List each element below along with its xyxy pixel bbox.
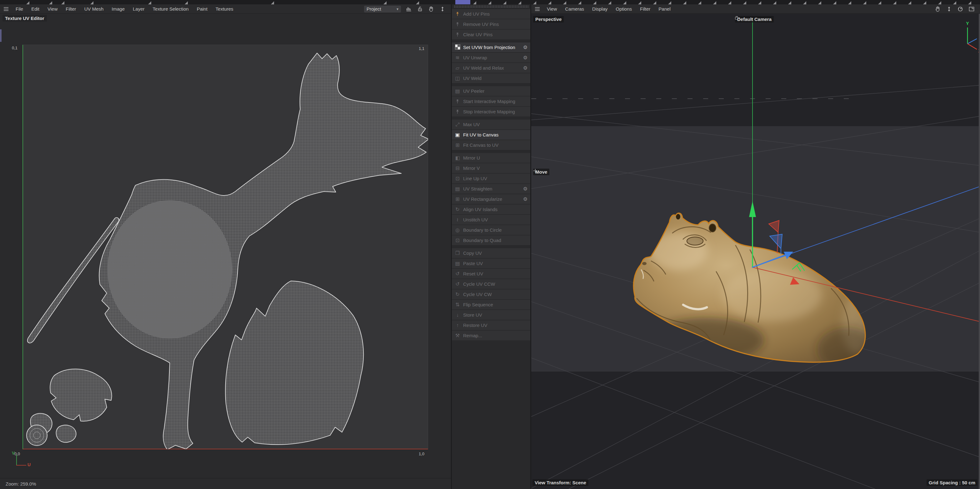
menu-texture-selection[interactable]: Texture Selection bbox=[149, 6, 193, 11]
uv-command-group: Add UV PinsRemove UV PinsClear UV Pins bbox=[452, 9, 530, 39]
uv-command-clear-uv-pins[interactable]: Clear UV Pins bbox=[452, 30, 530, 39]
viewport-menu-display[interactable]: Display bbox=[588, 6, 612, 11]
viewport-menu-filter[interactable]: Filter bbox=[636, 6, 654, 11]
uv-command-cycle-uv-ccw[interactable]: ↺Cycle UV CCW bbox=[452, 279, 530, 289]
uv-command-label: Stop Interactive Mapping bbox=[463, 109, 530, 114]
uv-corner-top-left: 0,1 bbox=[12, 46, 18, 50]
uv-command-start-interactive-mapping[interactable]: Start Interactive Mapping bbox=[452, 97, 530, 106]
store-uv-icon: ↓ bbox=[452, 313, 463, 318]
menu-textures[interactable]: Textures bbox=[212, 6, 237, 11]
uv-canvas[interactable] bbox=[22, 44, 428, 449]
lock-open-icon[interactable] bbox=[417, 6, 423, 13]
gear-options-icon[interactable]: ⚙ bbox=[523, 65, 528, 71]
viewport-resize-gutter[interactable] bbox=[979, 14, 980, 489]
layout-tab-strip[interactable] bbox=[0, 0, 980, 4]
uv-corner-bottom-left: 0,0 bbox=[14, 451, 20, 456]
zoom-updown-icon[interactable] bbox=[439, 6, 446, 13]
tab-corner-marker bbox=[608, 1, 611, 4]
uv-command-paste-uv[interactable]: ▤Paste UV bbox=[452, 259, 530, 268]
menu-paint[interactable]: Paint bbox=[193, 6, 212, 11]
uv-command-add-uv-pins[interactable]: Add UV Pins bbox=[452, 9, 530, 19]
uv-command-remap[interactable]: ⚒Remap... bbox=[452, 331, 530, 340]
gear-options-icon[interactable]: ⚙ bbox=[523, 196, 528, 202]
uv-command-fit-canvas-to-uv[interactable]: ⊞Fit Canvas to UV bbox=[452, 140, 530, 150]
uv-command-group: ⤢Max UV▣Fit UV to Canvas⊞Fit Canvas to U… bbox=[452, 120, 530, 150]
camera-label[interactable]: Default Camera bbox=[735, 16, 774, 22]
panel-grip-handle[interactable] bbox=[454, 5, 528, 8]
uv-command-mirror-v[interactable]: ⊟Mirror V bbox=[452, 163, 530, 173]
hamburger-menu-icon[interactable] bbox=[4, 7, 8, 11]
pan-hand-icon[interactable] bbox=[934, 6, 941, 13]
uv-command-label: UV Weld and Relax bbox=[463, 65, 523, 71]
tab-corner-marker bbox=[578, 1, 581, 4]
uv-command-uv-weld[interactable]: ◫UV Weld bbox=[452, 73, 530, 83]
perspective-viewport[interactable]: Y Z X Perspective Default Camera Move Vi… bbox=[531, 14, 980, 489]
uv-command-uv-peeler[interactable]: ▤UV Peeler bbox=[452, 86, 530, 96]
uv-command-label: Cycle UV CW bbox=[463, 292, 530, 297]
tab-corner-marker bbox=[383, 1, 387, 4]
uv-command-line-up-uv[interactable]: ⊡Line Up UV bbox=[452, 174, 530, 183]
viewport-menu-panel[interactable]: Panel bbox=[654, 6, 675, 11]
zoom-updown-icon[interactable] bbox=[946, 6, 953, 13]
uv-command-label: UV Unwrap bbox=[463, 55, 523, 60]
menu-view[interactable]: View bbox=[43, 6, 62, 11]
gear-options-icon[interactable]: ⚙ bbox=[523, 186, 528, 192]
uv-command-mirror-u[interactable]: ◧Mirror U bbox=[452, 153, 530, 163]
viewport-menu-options[interactable]: Options bbox=[612, 6, 636, 11]
uv-command-uv-rectangularize[interactable]: ⊞UV Rectangularize⚙ bbox=[452, 194, 530, 204]
uv-command-label: Mirror V bbox=[463, 165, 530, 171]
uv-command-fit-uv-to-canvas[interactable]: ▣Fit UV to Canvas bbox=[452, 130, 530, 140]
uv-command-flip-sequence[interactable]: ⇅Flip Sequence bbox=[452, 300, 530, 310]
uv-command-remove-uv-pins[interactable]: Remove UV Pins bbox=[452, 19, 530, 29]
chevron-down-icon: ▾ bbox=[396, 7, 398, 11]
uv-command-uv-weld-and-relax[interactable]: ▱UV Weld and Relax⚙ bbox=[452, 63, 530, 73]
uv-island-cluster-small-2[interactable] bbox=[56, 425, 76, 443]
texture-uv-editor-pane: FileEditViewFilterUV MeshImageLayerTextu… bbox=[0, 4, 451, 489]
uv-command-align-uv-islands[interactable]: ↻Align UV Islands bbox=[452, 205, 530, 214]
uv-rectangularize-icon: ⊞ bbox=[452, 197, 463, 202]
gear-options-icon[interactable]: ⚙ bbox=[523, 55, 528, 60]
uv-command-max-uv[interactable]: ⤢Max UV bbox=[452, 120, 530, 129]
gear-options-icon[interactable]: ⚙ bbox=[523, 44, 528, 50]
tab-corner-marker bbox=[623, 1, 626, 4]
uv-command-uv-straighten[interactable]: ▤UV Straighten⚙ bbox=[452, 184, 530, 194]
uv-command-copy-uv[interactable]: ❐Copy UV bbox=[452, 248, 530, 258]
view-transform-status: View Transform: Scene bbox=[533, 479, 589, 486]
menu-file[interactable]: File bbox=[11, 6, 27, 11]
menu-layer[interactable]: Layer bbox=[129, 6, 149, 11]
uv-command-boundary-to-circle[interactable]: ◎Boundary to Circle bbox=[452, 225, 530, 235]
uv-command-cycle-uv-cw[interactable]: ↻Cycle UV CW bbox=[452, 289, 530, 299]
viewport-menu-cameras[interactable]: Cameras bbox=[561, 6, 588, 11]
menu-edit[interactable]: Edit bbox=[27, 6, 43, 11]
cycle-uv-ccw-icon: ↺ bbox=[452, 282, 463, 287]
uv-island-belly[interactable] bbox=[225, 281, 363, 445]
project-dropdown-value: Project bbox=[367, 6, 381, 11]
uv-command-unstitch-uv[interactable]: ≀Unstitch UV bbox=[452, 215, 530, 224]
histogram-icon[interactable] bbox=[405, 6, 412, 13]
rotate-view-icon[interactable] bbox=[957, 6, 964, 13]
project-dropdown[interactable]: Project ▾ bbox=[364, 6, 401, 13]
hamburger-menu-icon[interactable] bbox=[535, 7, 540, 11]
uv-island-cluster-main[interactable] bbox=[50, 369, 111, 421]
uv-command-group: ▤UV PeelerStart Interactive MappingStop … bbox=[452, 86, 530, 116]
toggle-panel-icon[interactable] bbox=[968, 6, 975, 13]
menu-filter[interactable]: Filter bbox=[62, 6, 80, 11]
tab-corner-marker bbox=[185, 1, 188, 4]
menu-uv-mesh[interactable]: UV Mesh bbox=[80, 6, 108, 11]
uv-command-set-uvw-from-projection[interactable]: Set UVW from Projection⚙ bbox=[452, 43, 530, 52]
uv-island-circle[interactable] bbox=[27, 425, 47, 446]
uv-command-stop-interactive-mapping[interactable]: Stop Interactive Mapping bbox=[452, 107, 530, 116]
viewport-menu-view[interactable]: View bbox=[543, 6, 561, 11]
uv-command-store-uv[interactable]: ↓Store UV bbox=[452, 310, 530, 320]
remap-icon: ⚒ bbox=[452, 333, 463, 338]
uv-command-boundary-to-quad[interactable]: ⊡Boundary to Quad bbox=[452, 235, 530, 245]
menu-image[interactable]: Image bbox=[108, 6, 129, 11]
active-layout-tab[interactable] bbox=[455, 0, 470, 4]
uv-command-restore-uv[interactable]: ↑Restore UV bbox=[452, 321, 530, 330]
uv-command-uv-unwrap[interactable]: ≋UV Unwrap⚙ bbox=[452, 53, 530, 62]
tab-corner-marker bbox=[548, 1, 551, 4]
pan-hand-icon[interactable] bbox=[428, 6, 435, 13]
tab-corner-marker bbox=[953, 1, 956, 4]
uv-command-reset-uv[interactable]: ↺Reset UV bbox=[452, 269, 530, 279]
uv-command-label: Add UV Pins bbox=[463, 11, 530, 17]
